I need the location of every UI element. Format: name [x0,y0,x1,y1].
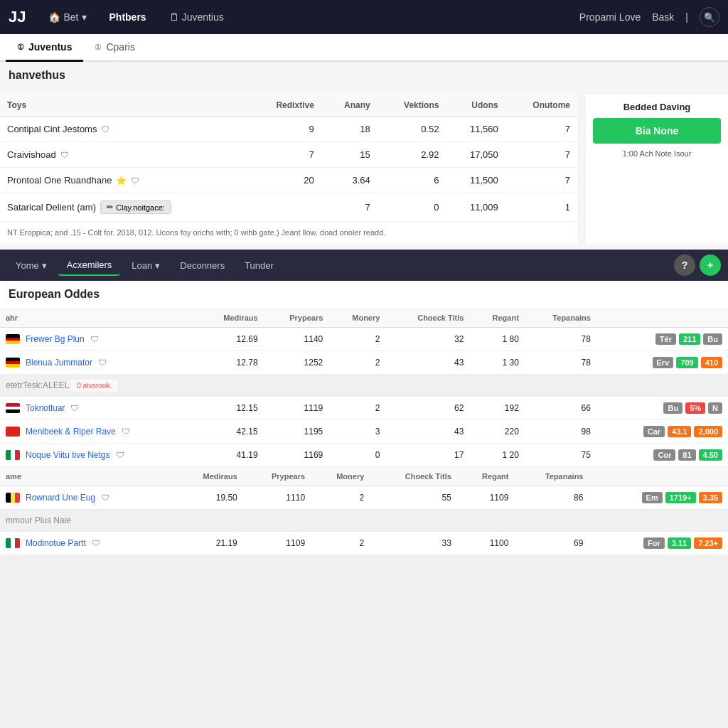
badge[interactable]: Tér [655,333,676,345]
nav-divider: | [685,11,688,23]
odds-divider: etetrTesk:ALEEL 0 atvsrook. [0,375,728,397]
col-vektions: Vektions [378,95,446,117]
col-badges2 [589,467,728,486]
odds-section-title: European Oddes [0,281,728,309]
col-mediraus: Mediraus [197,309,263,328]
badge[interactable]: Erv [653,357,674,368]
flag-it [6,450,20,460]
flag-it2 [6,538,20,548]
league-cell: Frewer Bg Plun 🛡 [0,328,197,351]
col-badges [596,309,728,328]
stats-table: Toys Redixtive Anany Vektions Udons Onut… [0,95,577,222]
tab-juventus[interactable]: ① Juventus [6,34,83,62]
help-button[interactable]: ? [674,255,695,276]
badge[interactable]: Bu [703,333,722,345]
tab-cparis[interactable]: ① Cparis [83,34,146,62]
odds-table-2: ame Mediraus Prypears Monery Choeck Titl… [0,467,728,555]
sec-nav-yome[interactable]: Yome ▾ [7,256,55,275]
col-onutome: Onutome [505,95,577,117]
nav-propami[interactable]: Propami Love [579,11,641,23]
odds-row: Toknotluar 🛡 12.15 1119 2 62 192 66 Bu 5… [0,397,728,420]
tab-juventus-icon: ① [17,43,24,52]
badge[interactable]: 81 [678,449,695,461]
col-monery2: Monery [311,467,370,486]
sec-nav-actions: ? + [674,255,721,276]
nav-juventius[interactable]: 🗒 Juventius [164,9,230,26]
odds-row: Modinotue Partt 🛡 21.19 1109 2 33 1100 6… [0,532,728,555]
sec-nav-loan[interactable]: Loan ▾ [123,256,168,275]
badge[interactable]: 43.1 [668,426,691,437]
badge[interactable]: 709 [676,357,697,368]
badge[interactable]: Car [643,426,665,437]
league-name[interactable]: Frewer Bg Plun [26,334,85,344]
col-ahr: ahr [0,309,197,328]
league-cell: Toknotluar 🛡 [0,397,197,420]
odds-row: Rownard Une Eug 🛡 19.50 1110 2 55 1109 8… [0,486,728,510]
badge[interactable]: 5% [685,402,705,414]
table-row: Contipal Cint Jestoms 🛡 9 18 0.52 11,560… [0,117,577,142]
col-tepanains2: Tepanains [514,467,589,486]
right-panel-note: 1:00 Ach Note Isour [593,149,721,158]
odds-row: Menibeek & Riper Rave 🛡 42.15 1195 3 43 … [0,420,728,444]
right-panel: Bedded Daving Bia None 1:00 Ach Note Iso… [586,95,728,244]
badge[interactable]: 7.23+ [694,537,722,549]
badge[interactable]: Cor [653,449,675,461]
sec-nav-deconners[interactable]: Deconners [171,256,233,275]
league-name[interactable]: Noque Viitu tive Netgs [26,450,110,460]
col-udons: Udons [446,95,505,117]
player-cell: Contipal Cint Jestoms 🛡 [0,117,249,142]
onutome-val: 7 [505,117,577,142]
sec-nav-tunder[interactable]: Tunder [236,256,282,275]
col-choeck2: Choeck Titls [370,467,457,486]
player-cell: Craivishoad 🛡 [0,142,249,168]
player-cell: Prontoal One Ruandhane ⭐ 🛡 [0,168,249,193]
home-icon: 🏠 [48,11,60,23]
anany-val: 18 [321,117,378,142]
content-area: Toys Redixtive Anany Vektions Udons Onut… [0,89,728,250]
doc-icon: 🗒 [169,11,179,23]
shield-icon: 🛡 [70,403,79,413]
league-name[interactable]: Blenua Jummator [26,358,92,368]
secondary-nav: Yome ▾ Acxemilers Loan ▾ Deconners Tunde… [0,250,728,281]
sec-nav-acxemilers[interactable]: Acxemilers [58,255,121,276]
badge[interactable]: Bu [663,402,682,414]
edit-button[interactable]: ✏ Clay.noitgace: [100,200,171,214]
badge[interactable]: 410 [701,357,722,368]
league-name[interactable]: Toknotluar [26,403,65,413]
section-title: hanvethus [0,62,728,89]
shield-icon: 🛡 [116,450,124,460]
search-button[interactable]: 🔍 [700,7,719,27]
flag-de [6,334,20,344]
badge[interactable]: Em [642,492,663,503]
chevron-down-icon: ▾ [82,11,87,23]
odds-section: European Oddes ahr Mediraus Prypears Mon… [0,281,728,555]
nav-bask[interactable]: Bask [652,11,674,23]
col-mediraus2: Mediraus [174,467,243,486]
badge[interactable]: 3.35 [699,492,722,503]
flag-vn [6,427,20,437]
flag-de [6,358,20,368]
vektions-val: 0.52 [378,117,446,142]
udons-val: 11,560 [446,117,505,142]
bia-none-button[interactable]: Bia None [593,118,721,144]
league-name[interactable]: Menibeek & Riper Rave [26,427,116,437]
badge[interactable]: 2,000 [694,426,722,437]
badge[interactable]: 211 [679,333,700,345]
badge[interactable]: For [643,537,665,549]
shield-icon: 🛡 [90,334,99,344]
badge[interactable]: 3.11 [668,537,691,549]
shield-icon: 🛡 [131,176,139,186]
badge[interactable]: 1719+ [665,492,696,503]
chevron-down-icon: ▾ [155,260,160,271]
league-name[interactable]: Modinotue Partt [26,538,86,548]
nav-bet[interactable]: 🏠 Bet ▾ [43,9,92,26]
table-row: Satarical Delient (am) ✏ Clay.noitgace: … [0,193,577,222]
odds-table-1: ahr Mediraus Prypears Monery Choeck Titl… [0,309,728,467]
table-row: Craivishoad 🛡 7 15 2.92 17,050 7 [0,142,577,168]
add-button[interactable]: + [700,255,721,276]
league-cell: Noque Viitu tive Netgs 🛡 [0,444,197,467]
badge[interactable]: 4.50 [699,449,722,461]
league-name[interactable]: Rownard Une Eug [26,493,95,503]
badge[interactable]: N [708,402,722,414]
nav-phtbers[interactable]: Phtbers [104,9,152,26]
